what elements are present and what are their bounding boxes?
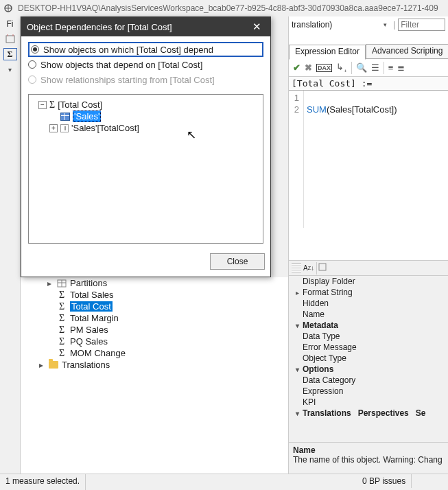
prop-error-message[interactable]: Error Message xyxy=(303,342,357,352)
prop-hidden[interactable]: Hidden xyxy=(303,299,329,308)
tab-expression-editor[interactable]: Expression Editor xyxy=(289,45,366,60)
measure-icon: Σ xyxy=(56,290,67,301)
status-bp-issues: 0 BP issues xyxy=(357,474,412,488)
collapse-icon[interactable]: − xyxy=(38,101,47,109)
prop-name[interactable]: Name xyxy=(303,310,325,319)
status-left: 1 measure selected. xyxy=(0,474,86,490)
chevron-down-icon[interactable]: ▾ xyxy=(292,366,303,373)
prop-kpi[interactable]: KPI xyxy=(303,397,316,407)
tree-measure-item[interactable]: ΣPQ Sales xyxy=(37,336,288,347)
properties-list[interactable]: Display Folder ▸Format String Hidden Nam… xyxy=(289,276,448,442)
properties-toolbar: AZ↓ xyxy=(289,261,448,276)
categorized-icon[interactable] xyxy=(292,264,301,273)
tree-item-label[interactable]: PM Sales xyxy=(70,325,108,335)
line-gutter: 1 2 xyxy=(289,91,304,228)
cancel-icon[interactable]: ✖ xyxy=(305,62,312,73)
svg-rect-3 xyxy=(319,264,326,270)
prop-object-type[interactable]: Object Type xyxy=(303,353,346,363)
status-bar: 1 measure selected. 0 BP issues xyxy=(0,474,448,490)
editor-toolbar: ✔ ✖ DAX ↳+ 🔍 ☰ ≡ ≣ xyxy=(289,59,448,77)
close-button[interactable]: Close xyxy=(210,253,265,270)
file-menu-truncated[interactable]: Fi xyxy=(0,16,20,32)
search-icon[interactable]: 🔍 xyxy=(356,62,367,73)
radio-relationships: Show relationships starting from [Total … xyxy=(28,72,263,87)
dropdown-arrow-icon[interactable]: ▾ xyxy=(379,21,390,28)
table-icon xyxy=(60,113,70,121)
radio-depended-by[interactable]: Show objects that depend on [Total Cost] xyxy=(28,57,263,72)
alphabetical-icon[interactable]: AZ↓ xyxy=(303,264,315,273)
app-icon xyxy=(3,3,14,14)
goto-icon[interactable]: ↳+ xyxy=(336,62,347,74)
measure-icon: Σ xyxy=(56,313,67,324)
tree-measure-item[interactable]: ΣTotal Margin xyxy=(37,312,288,324)
measure-icon: Σ xyxy=(56,348,67,359)
translation-dropdown-label[interactable]: translation) xyxy=(292,20,332,30)
sigma-tool-icon[interactable]: Σ xyxy=(0,47,20,62)
expand-icon[interactable]: + xyxy=(49,124,58,132)
prop-section-metadata[interactable]: Metadata xyxy=(303,320,338,330)
tree-measure-item[interactable]: ΣTotal Sales xyxy=(37,289,288,301)
props-tool-icon[interactable] xyxy=(318,263,327,273)
property-description: Name The name of this object. Warning: C… xyxy=(289,442,448,474)
accept-icon[interactable]: ✔ xyxy=(293,62,300,73)
measure-icon: Σ xyxy=(56,325,67,336)
right-panel: translation) ▾ | Expression Editor Advan… xyxy=(288,16,448,474)
chevron-down-icon[interactable]: ▾ xyxy=(292,322,303,329)
partitions-icon xyxy=(56,278,67,289)
folder-icon xyxy=(48,360,59,371)
tree-item-translations[interactable]: Translations xyxy=(62,360,110,370)
tree-measure-item[interactable]: ΣMOM Change xyxy=(37,347,288,359)
code-editor[interactable]: 1 2 SUM(Sales[TotalCost]) xyxy=(289,91,448,228)
prop-format-string[interactable]: Format String xyxy=(303,288,353,297)
window-title: DESKTOP-HH1V9AQ\AnalysisServicesWorkspac… xyxy=(18,3,438,13)
prop-data-category[interactable]: Data Category xyxy=(303,375,355,385)
close-icon[interactable]: ✕ xyxy=(248,19,265,35)
replace-icon[interactable]: ☰ xyxy=(371,62,379,73)
tree-item-label[interactable]: MOM Change xyxy=(70,348,126,358)
chevron-right-icon[interactable]: ▸ xyxy=(292,289,303,296)
expand-icon[interactable]: ▸ xyxy=(45,279,54,288)
prop-expression[interactable]: Expression xyxy=(303,386,343,396)
dep-node-root[interactable]: [Total Cost] xyxy=(58,100,102,110)
dialog-titlebar: Object Dependencies for [Total Cost] ✕ xyxy=(21,17,270,36)
radio-icon xyxy=(28,75,36,84)
prop-display-folder[interactable]: Display Folder xyxy=(303,277,355,286)
dependency-tree[interactable]: − Σ [Total Cost] 'Sales' + 'Sales'[Total… xyxy=(28,94,263,244)
svg-rect-1 xyxy=(6,36,14,43)
radio-icon xyxy=(31,45,39,54)
code-area[interactable]: SUM(Sales[TotalCost]) xyxy=(304,91,399,228)
model-tree[interactable]: ▸ Partitions ΣTotal SalesΣTotal CostΣTot… xyxy=(21,277,288,474)
chevron-down-icon[interactable]: ▾ xyxy=(0,62,20,77)
measure-icon: Σ xyxy=(56,336,67,347)
object-dependencies-dialog: Object Dependencies for [Total Cost] ✕ S… xyxy=(21,16,271,277)
window-titlebar: DESKTOP-HH1V9AQ\AnalysisServicesWorkspac… xyxy=(0,0,448,16)
tree-item-label[interactable]: Total Sales xyxy=(70,290,114,300)
prop-data-type[interactable]: Data Type xyxy=(303,331,340,341)
tree-measure-item[interactable]: ΣPM Sales xyxy=(37,324,288,336)
measure-icon: Σ xyxy=(56,301,67,312)
dep-node-column[interactable]: 'Sales'[TotalCost] xyxy=(71,123,139,133)
expand-icon[interactable]: ▸ xyxy=(37,360,45,370)
properties-panel: AZ↓ Display Folder ▸Format String Hidden… xyxy=(289,260,448,474)
prop-section-options[interactable]: Options xyxy=(303,364,333,374)
tree-item-label[interactable]: Total Margin xyxy=(70,313,119,323)
tree-item-label[interactable]: PQ Sales xyxy=(70,336,108,347)
dep-node-sales[interactable]: 'Sales' xyxy=(73,110,101,122)
left-toolbar: Fi Σ ▾ xyxy=(0,16,21,474)
dax-format-icon[interactable]: DAX xyxy=(316,64,332,72)
tab-advanced-scripting[interactable]: Advanced Scripting xyxy=(366,44,448,59)
tree-measure-item[interactable]: ΣTotal Cost xyxy=(37,301,288,312)
column-icon xyxy=(60,124,69,132)
radio-depends-on[interactable]: Show objects on which [Total Cost] depen… xyxy=(28,42,263,57)
tree-item-label[interactable]: Total Cost xyxy=(70,301,113,312)
dialog-title: Object Dependencies for [Total Cost] xyxy=(27,22,172,32)
radio-icon xyxy=(28,60,36,69)
chevron-down-icon[interactable]: ▾ xyxy=(292,410,303,417)
indent-right-icon[interactable]: ≣ xyxy=(397,62,405,73)
filter-input[interactable] xyxy=(398,19,445,31)
indent-left-icon[interactable]: ≡ xyxy=(388,62,394,73)
tree-item-partitions[interactable]: Partitions xyxy=(70,278,107,288)
measure-icon: Σ xyxy=(49,100,55,110)
prop-section-translations[interactable]: Translations Perspectives Se xyxy=(303,408,425,418)
toolbar-icon-1[interactable] xyxy=(0,32,20,47)
